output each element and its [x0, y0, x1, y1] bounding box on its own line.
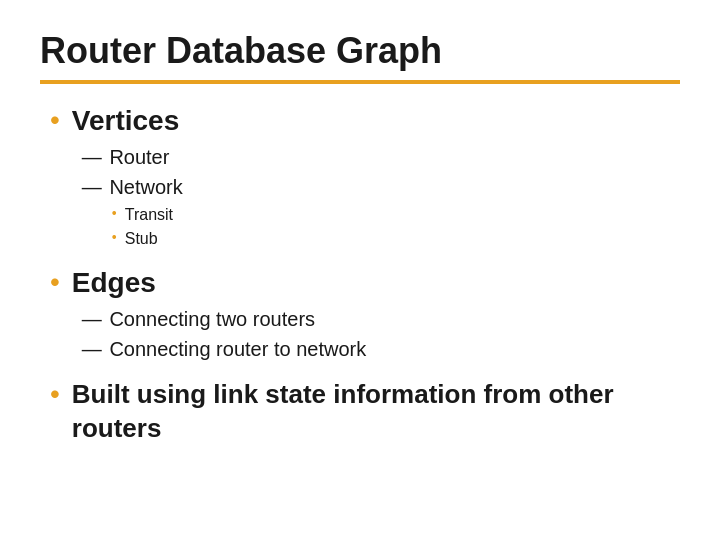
router-label: Router: [109, 146, 169, 168]
edges-label: Edges: [72, 266, 366, 300]
connecting-network-item: Connecting router to network: [82, 334, 366, 364]
bullet-dot-built: •: [50, 380, 60, 408]
edges-sublist: Connecting two routers Connecting router…: [72, 304, 366, 364]
connecting-routers-label: Connecting two routers: [109, 308, 315, 330]
slide-title: Router Database Graph: [40, 30, 680, 72]
network-children: • Transit • Stub: [82, 204, 183, 251]
bullet-vertices: • Vertices Router Network • Transi: [50, 104, 680, 252]
edges-content: Edges Connecting two routers Connecting …: [72, 266, 366, 364]
stub-bullet: •: [112, 228, 117, 248]
network-label: Network: [109, 176, 182, 198]
stub-item: • Stub: [112, 228, 183, 250]
router-item: Router: [82, 142, 183, 172]
network-item: Network: [82, 172, 183, 202]
connecting-routers-item: Connecting two routers: [82, 304, 366, 334]
connecting-network-label: Connecting router to network: [109, 338, 366, 360]
vertices-label: Vertices: [72, 104, 183, 138]
bullet-edges: • Edges Connecting two routers Connectin…: [50, 266, 680, 364]
bullet-dot-edges: •: [50, 268, 60, 296]
stub-label: Stub: [125, 228, 158, 250]
transit-label: Transit: [125, 204, 173, 226]
title-underline: [40, 80, 680, 84]
transit-item: • Transit: [112, 204, 183, 226]
built-label: Built using link state information from …: [72, 378, 680, 446]
bullet-built: • Built using link state information fro…: [50, 378, 680, 446]
bullet-dot-vertices: •: [50, 106, 60, 134]
vertices-sublist: Router Network • Transit • Stub: [72, 142, 183, 251]
slide: Router Database Graph • Vertices Router …: [0, 0, 720, 540]
content-area: • Vertices Router Network • Transi: [40, 104, 680, 446]
transit-bullet: •: [112, 204, 117, 224]
vertices-content: Vertices Router Network • Transit: [72, 104, 183, 252]
